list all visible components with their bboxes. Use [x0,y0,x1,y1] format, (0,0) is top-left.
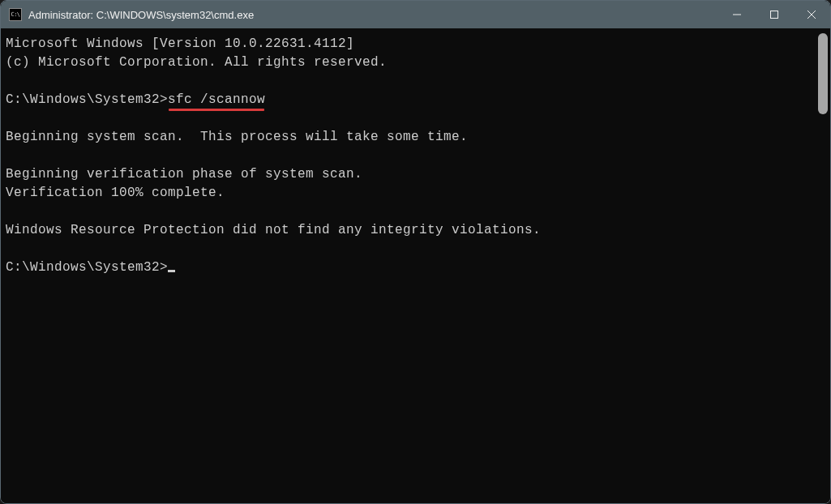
scrollbar-vertical[interactable] [818,33,828,498]
output-line: Verification 100% complete. [6,184,825,203]
maximize-button[interactable] [756,1,793,28]
prompt-line-active[interactable]: C:\Windows\System32> [6,258,825,277]
cmd-icon: C:\ [9,8,22,21]
maximize-icon [770,11,778,19]
output-line: Windows Resource Protection did not find… [6,221,825,240]
titlebar[interactable]: C:\ Administrator: C:\WINDOWS\system32\c… [1,1,830,28]
close-icon [807,11,816,19]
output-line: Beginning system scan. This process will… [6,128,825,147]
output-line: Microsoft Windows [Version 10.0.22631.41… [6,35,825,53]
prompt-path: C:\Windows\System32> [6,260,168,275]
cmd-window: C:\ Administrator: C:\WINDOWS\system32\c… [0,0,831,504]
close-button[interactable] [793,1,830,28]
output-blank [6,203,825,221]
output-line: (c) Microsoft Corporation. All rights re… [6,53,825,72]
cursor-icon [168,270,175,272]
terminal-area: Microsoft Windows [Version 10.0.22631.41… [1,28,830,503]
terminal-output[interactable]: Microsoft Windows [Version 10.0.22631.41… [1,28,830,503]
output-line: Beginning verification phase of system s… [6,165,825,184]
prompt-line: C:\Windows\System32>sfc /scannow [6,91,825,109]
output-blank [6,240,825,258]
entered-command: sfc /scannow [168,92,265,107]
svg-rect-1 [771,11,778,19]
minimize-button[interactable] [718,1,756,28]
scrollbar-thumb[interactable] [818,33,828,114]
output-blank [6,72,825,91]
output-blank [6,109,825,128]
prompt-path: C:\Windows\System32> [6,92,168,107]
output-blank [6,147,825,165]
window-title: Administrator: C:\WINDOWS\system32\cmd.e… [28,9,254,21]
minimize-icon [733,11,741,19]
